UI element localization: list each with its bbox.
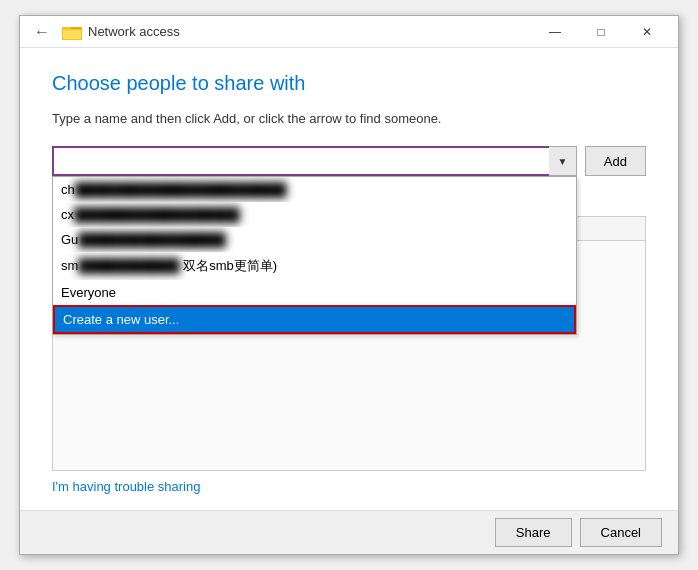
- close-button[interactable]: ✕: [624, 16, 670, 48]
- page-title: Choose people to share with: [52, 72, 646, 95]
- item-everyone-label: Everyone: [61, 285, 116, 300]
- title-bar-controls: — □ ✕: [532, 16, 670, 48]
- share-button[interactable]: Share: [495, 518, 572, 547]
- input-row: ch███████████████████████ cx████████████…: [52, 146, 646, 176]
- window: ← Network access — □ ✕ Choose people to …: [19, 15, 679, 555]
- name-input[interactable]: [52, 146, 549, 176]
- content-area: Choose people to share with Type a name …: [20, 48, 678, 510]
- name-input-wrapper: ch███████████████████████ cx████████████…: [52, 146, 549, 176]
- window-title: Network access: [88, 24, 180, 39]
- dropdown-menu: ch███████████████████████ cx████████████…: [52, 176, 577, 335]
- item-gu-blurred: ████████████████: [78, 232, 225, 247]
- minimize-button[interactable]: —: [532, 16, 578, 48]
- dropdown-item-cx[interactable]: cx██████████████████: [53, 202, 576, 227]
- item-ch-visible: ch: [61, 182, 75, 197]
- dropdown-arrow-button[interactable]: ▼: [549, 146, 577, 176]
- dropdown-item-create-new[interactable]: Create a new user...: [53, 305, 576, 334]
- item-ch-blurred: ███████████████████████: [75, 182, 287, 197]
- dropdown-item-ch[interactable]: ch███████████████████████: [53, 177, 576, 202]
- chevron-down-icon: ▼: [557, 156, 567, 167]
- item-gu-visible: Gu: [61, 232, 78, 247]
- cancel-button[interactable]: Cancel: [580, 518, 662, 547]
- item-sm-extra: 双名smb更简单): [180, 258, 278, 273]
- item-create-new-label: Create a new user...: [63, 312, 179, 327]
- folder-icon: [62, 24, 82, 40]
- dropdown-item-sm[interactable]: sm███████████ 双名smb更简单): [53, 252, 576, 280]
- maximize-button[interactable]: □: [578, 16, 624, 48]
- dropdown-item-gu[interactable]: Gu████████████████: [53, 227, 576, 252]
- trouble-link-container: I'm having trouble sharing: [52, 479, 646, 494]
- item-sm-visible: sm: [61, 258, 78, 273]
- description-text: Type a name and then click Add, or click…: [52, 111, 646, 126]
- add-button[interactable]: Add: [585, 146, 646, 176]
- footer: Share Cancel: [20, 510, 678, 554]
- item-sm-blurred: ███████████: [78, 258, 179, 273]
- dropdown-item-everyone[interactable]: Everyone: [53, 280, 576, 305]
- svg-rect-3: [63, 30, 81, 39]
- title-bar-left: ← Network access: [28, 21, 532, 43]
- item-cx-blurred: ██████████████████: [74, 207, 240, 222]
- back-button[interactable]: ←: [28, 21, 56, 43]
- trouble-sharing-link[interactable]: I'm having trouble sharing: [52, 479, 200, 494]
- item-cx-visible: cx: [61, 207, 74, 222]
- title-bar: ← Network access — □ ✕: [20, 16, 678, 48]
